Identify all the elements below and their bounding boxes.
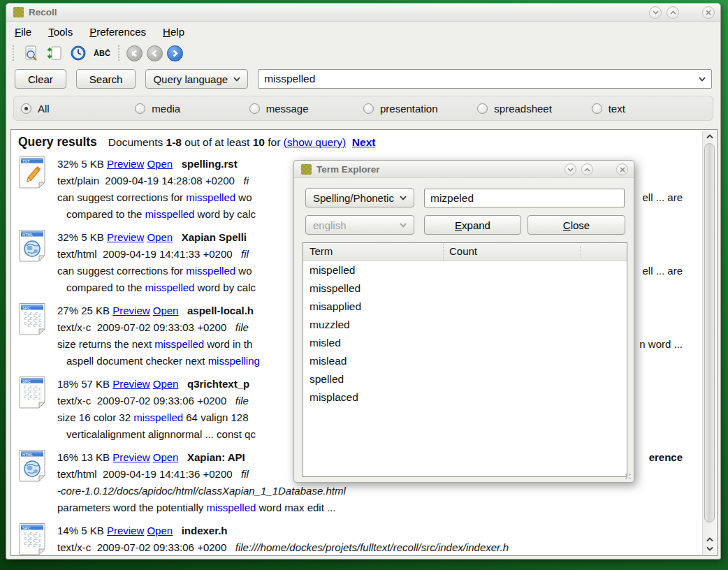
result-text: text/html 2009-04-19 14:41:36 +0200 (57, 468, 241, 480)
shade-down-button[interactable] (649, 6, 662, 19)
radio-spreadsheet[interactable]: spreadsheet (477, 103, 591, 115)
main-titlebar[interactable]: Recoll (6, 3, 720, 22)
menubar: FileToolsPreferencesHelp (6, 22, 720, 41)
radio-all[interactable]: All (21, 103, 135, 115)
menu-tools[interactable]: Tools (48, 26, 73, 38)
scroll-up-icon[interactable] (703, 535, 716, 544)
scrollbar-thumb[interactable] (704, 143, 715, 522)
open-link[interactable]: Open (147, 158, 173, 170)
result-text (178, 451, 187, 463)
src-file-icon: SRCcccccccccccccccccc (18, 522, 48, 555)
svg-text:c: c (38, 323, 41, 328)
term-table-header[interactable]: Term Count (303, 243, 627, 261)
scroll-down-icon[interactable] (703, 544, 716, 553)
radio-media[interactable]: media (135, 103, 249, 115)
term-input[interactable]: mizpeled (424, 189, 625, 207)
toolbar-handle[interactable] (117, 45, 121, 61)
chevron-down-icon[interactable] (699, 77, 706, 82)
previous-page-icon[interactable] (147, 45, 163, 61)
term-row[interactable]: misspelled (303, 279, 627, 298)
column-header-count[interactable]: Count (443, 243, 627, 261)
radio-label: spreadsheet (494, 103, 552, 115)
radio-circle-icon (363, 103, 374, 114)
query-input[interactable]: misspelled (258, 69, 712, 89)
preview-link[interactable]: Preview (107, 158, 144, 170)
expand-button[interactable]: Expand (424, 215, 521, 235)
term-row[interactable]: misapplied (303, 298, 627, 316)
close-window-button[interactable] (616, 163, 628, 175)
first-page-icon[interactable] (126, 45, 143, 61)
sort-parameters-icon[interactable] (45, 43, 64, 63)
result-text: 27% 25 KB (57, 305, 112, 316)
shade-up-button[interactable] (667, 6, 679, 19)
result-text-overflow: erence (649, 449, 683, 466)
column-header-term[interactable]: Term (303, 243, 443, 261)
svg-text:c: c (24, 321, 27, 326)
shade-down-button[interactable] (565, 163, 576, 175)
preview-link[interactable]: Preview (107, 525, 144, 536)
menu-help[interactable]: Help (163, 26, 184, 38)
result-text (173, 525, 182, 536)
txt-file-icon: TXT (18, 156, 48, 223)
term-row[interactable]: spelled (303, 370, 627, 388)
results-title: Query results (18, 135, 97, 149)
result-text: word by calc (194, 208, 256, 220)
clear-button[interactable]: Clear (15, 69, 66, 89)
preview-link[interactable]: Preview (112, 305, 150, 316)
result-text: 18% 57 KB (57, 378, 112, 390)
open-link[interactable]: Open (153, 451, 179, 463)
radio-circle-icon (21, 103, 31, 114)
menu-preferences[interactable]: Preferences (89, 26, 146, 38)
next-page-link[interactable]: Next (352, 136, 376, 148)
radio-circle-icon (477, 103, 488, 114)
result-row: SRCcccccccccccccccccc14% 5 KB Preview Op… (18, 522, 702, 555)
search-mode-combobox[interactable]: Query language (145, 69, 248, 89)
close-button[interactable]: Close (527, 215, 625, 235)
result-text: misspelled (145, 282, 195, 293)
svg-text:c: c (24, 394, 27, 400)
open-link[interactable]: Open (147, 525, 173, 536)
results-scrollbar[interactable] (702, 131, 716, 555)
search-mode-value: Query language (153, 73, 228, 85)
menu-file[interactable]: File (15, 26, 31, 38)
term-row[interactable]: misled (303, 334, 627, 352)
preview-link[interactable]: Preview (107, 231, 144, 243)
close-window-button[interactable] (702, 6, 715, 19)
radio-label: message (266, 103, 309, 115)
shade-up-button[interactable] (581, 163, 593, 175)
radio-message[interactable]: message (249, 103, 363, 115)
show-query-link[interactable]: (show query) (284, 136, 347, 148)
radio-presentation[interactable]: presentation (363, 103, 477, 115)
result-text: text/x-c 2009-07-02 09:33:06 +0200 (57, 541, 235, 553)
term-row[interactable]: mispelled (303, 261, 627, 279)
open-link[interactable]: Open (147, 231, 173, 243)
results-summary: Documents 1-8 out of at least 10 for (sh… (108, 136, 376, 149)
result-text-overflow: ell ... are (642, 263, 683, 279)
term-table: Term Count mispelledmisspelledmisapplied… (303, 242, 627, 477)
svg-text:c: c (27, 396, 30, 402)
term-row[interactable]: mislead (303, 352, 627, 370)
term-row[interactable]: misplaced (303, 388, 627, 407)
result-title: aspell-local.h (187, 305, 254, 316)
document-history-icon[interactable] (68, 43, 88, 63)
resize-grip[interactable] (625, 473, 632, 480)
svg-text:c: c (33, 396, 36, 402)
advanced-search-icon[interactable] (21, 43, 41, 63)
scroll-up-icon[interactable] (703, 131, 716, 142)
term-explorer-icon[interactable]: ÅBĈ (92, 43, 112, 63)
open-link[interactable]: Open (153, 378, 179, 390)
preview-link[interactable]: Preview (112, 378, 150, 390)
search-button[interactable]: Search (76, 69, 136, 89)
toolbar-handle[interactable] (12, 45, 15, 61)
dialog-titlebar[interactable]: Term Explorer (294, 161, 634, 178)
open-link[interactable]: Open (153, 305, 179, 316)
result-text: can suggest corrections for (57, 265, 186, 277)
result-text: misspelled (186, 265, 235, 277)
result-text: 16% 13 KB (57, 451, 112, 463)
radio-text[interactable]: text (592, 103, 706, 115)
radio-circle-icon (592, 103, 602, 114)
next-page-icon[interactable] (167, 45, 183, 61)
expansion-mode-combobox[interactable]: Spelling/Phonetic (305, 188, 414, 207)
preview-link[interactable]: Preview (112, 451, 150, 463)
term-row[interactable]: muzzled (303, 316, 627, 334)
